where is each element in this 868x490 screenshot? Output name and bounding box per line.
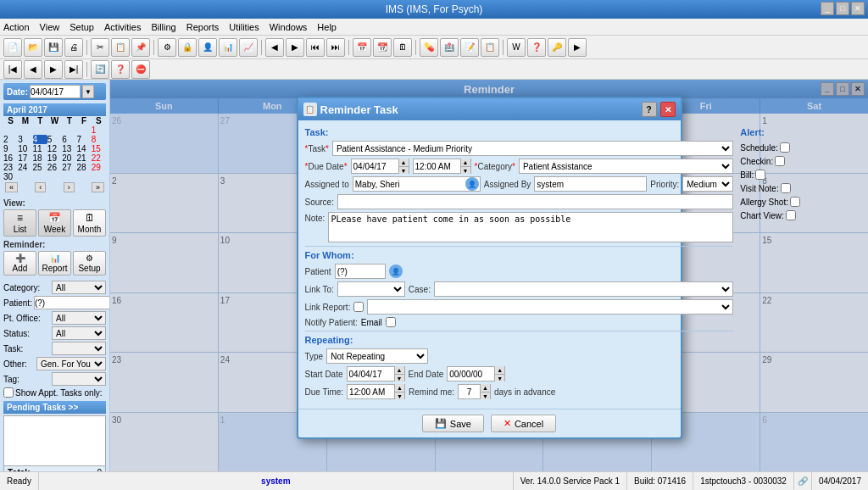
remind-me-input[interactable] <box>459 385 480 398</box>
mc-cell[interactable]: 14 <box>76 144 91 153</box>
cal-next-btn[interactable]: » <box>92 182 104 192</box>
mc-cell[interactable]: 11 <box>33 144 47 153</box>
start-date-down[interactable]: ▼ <box>394 374 404 381</box>
due-date-input[interactable] <box>352 159 398 173</box>
view-month-btn[interactable]: 🗓 Month <box>73 209 106 237</box>
tb-open[interactable]: 📂 <box>24 38 42 57</box>
tb-print[interactable]: 🖨 <box>64 38 83 57</box>
category-select[interactable]: All <box>52 281 106 294</box>
tb-copy[interactable]: 📋 <box>111 38 130 57</box>
type-select[interactable]: Not Repeating <box>326 348 428 364</box>
end-date-up[interactable]: ▲ <box>494 366 504 374</box>
allergy-shot-checkbox[interactable] <box>790 197 800 207</box>
menu-setup[interactable]: Setup <box>70 22 94 32</box>
date-input[interactable] <box>30 85 81 98</box>
tb-e4[interactable]: 📋 <box>481 38 499 57</box>
due-time-input[interactable] <box>414 159 460 173</box>
tb-c1[interactable]: ◀ <box>265 38 284 57</box>
pt-office-select[interactable]: All <box>52 311 106 325</box>
notify-checkbox[interactable] <box>386 317 396 327</box>
status-select[interactable]: All <box>52 326 106 340</box>
mc-cell[interactable] <box>18 125 32 135</box>
time-spin-up[interactable]: ▲ <box>460 159 470 166</box>
tb-c4[interactable]: ⏭ <box>326 38 345 57</box>
menu-view[interactable]: View <box>40 22 60 32</box>
mc-cell[interactable]: 1 <box>92 125 106 135</box>
date-dropdown-btn[interactable]: ▼ <box>82 85 94 98</box>
remind-up[interactable]: ▲ <box>480 384 490 392</box>
patient-browse-btn[interactable]: 👤 <box>389 264 403 278</box>
start-date-input[interactable] <box>348 367 394 381</box>
mc-cell[interactable]: 4 <box>33 135 47 144</box>
tb-save[interactable]: 💾 <box>44 38 63 57</box>
mc-cell[interactable]: 28 <box>76 163 91 172</box>
reminder-report-btn[interactable]: 📊 Report <box>38 251 71 276</box>
patient-field-input[interactable] <box>335 264 386 279</box>
assigned-to-browse[interactable]: 👤 <box>465 177 479 191</box>
mc-cell[interactable]: 12 <box>47 144 62 153</box>
mc-cell[interactable]: 25 <box>33 163 47 172</box>
menu-utilities[interactable]: Utilities <box>229 22 259 32</box>
source-input[interactable] <box>337 194 733 209</box>
mc-cell[interactable]: 7 <box>76 135 91 144</box>
tb2-refresh[interactable]: 🔄 <box>91 60 109 79</box>
tb-paste[interactable]: 📌 <box>131 38 150 57</box>
remind-down[interactable]: ▼ <box>480 392 490 399</box>
tb-e2[interactable]: 🏥 <box>440 38 459 57</box>
mc-cell[interactable]: 9 <box>3 144 18 153</box>
visit-note-checkbox[interactable] <box>781 183 791 193</box>
mc-cell[interactable]: 10 <box>18 144 32 153</box>
mc-cell[interactable] <box>47 125 62 135</box>
mc-cell[interactable]: 27 <box>62 163 76 172</box>
mc-cell[interactable]: 8 <box>92 135 106 144</box>
menu-action[interactable]: Action <box>3 22 30 32</box>
tb2-b1[interactable]: |◀ <box>3 60 22 79</box>
mc-cell[interactable]: 26 <box>47 163 62 172</box>
mc-cell[interactable]: 30 <box>3 172 18 181</box>
mc-cell[interactable] <box>76 125 91 135</box>
category-field-select[interactable]: Patient Assistance <box>519 159 733 174</box>
tb-e1[interactable]: 💊 <box>420 38 438 57</box>
menu-billing[interactable]: Billing <box>151 22 175 32</box>
link-report-select[interactable] <box>367 299 733 315</box>
dialog-close-btn[interactable]: ✕ <box>660 102 676 117</box>
cancel-button[interactable]: ✕ Cancel <box>491 415 556 432</box>
due-time2-up[interactable]: ▲ <box>394 384 404 392</box>
tb-new[interactable]: 📄 <box>3 38 22 57</box>
mc-cell[interactable]: 24 <box>18 163 32 172</box>
start-date-up[interactable]: ▲ <box>394 366 404 374</box>
patient-filter-input[interactable] <box>34 296 110 309</box>
maximize-btn[interactable]: □ <box>836 2 849 15</box>
date-spin-down[interactable]: ▼ <box>398 166 409 174</box>
end-date-input[interactable] <box>448 367 494 381</box>
tb-d1[interactable]: 📅 <box>353 38 371 57</box>
mc-cell[interactable]: 21 <box>76 153 91 163</box>
tb-c2[interactable]: ▶ <box>286 38 304 57</box>
priority-select[interactable]: Medium <box>682 176 733 192</box>
task-name-select[interactable]: Patient Assistance - Medium Priority <box>332 141 733 156</box>
tb2-b4[interactable]: ▶| <box>64 60 83 79</box>
tb-c3[interactable]: ⏮ <box>306 38 325 57</box>
reminder-add-btn[interactable]: ➕ Add <box>3 251 36 276</box>
cal-prev-btn[interactable]: « <box>5 182 18 192</box>
mc-cell[interactable]: 5 <box>47 135 62 144</box>
minimize-btn[interactable]: _ <box>821 2 834 15</box>
task-select[interactable] <box>52 342 106 355</box>
due-time2-input[interactable] <box>348 385 394 398</box>
mc-cell[interactable]: 17 <box>18 153 32 163</box>
mc-cell[interactable]: 23 <box>3 163 18 172</box>
other-select[interactable]: Gen. For You <box>36 357 106 370</box>
checkin-checkbox[interactable] <box>775 156 785 166</box>
tb2-help[interactable]: ❓ <box>111 60 130 79</box>
mc-cell[interactable] <box>3 125 18 135</box>
tb-b5[interactable]: 📈 <box>239 38 258 57</box>
tb2-b3[interactable]: ▶ <box>44 60 63 79</box>
view-list-btn[interactable]: ≡ List <box>3 209 36 237</box>
pending-header[interactable]: Pending Tasks >> <box>3 401 106 414</box>
mc-cell[interactable]: 6 <box>62 135 76 144</box>
end-date-down[interactable]: ▼ <box>494 374 504 381</box>
tag-select[interactable] <box>52 372 106 386</box>
mc-cell[interactable]: 22 <box>92 153 106 163</box>
show-appt-checkbox[interactable] <box>3 387 14 398</box>
mc-cell[interactable]: 16 <box>3 153 18 163</box>
